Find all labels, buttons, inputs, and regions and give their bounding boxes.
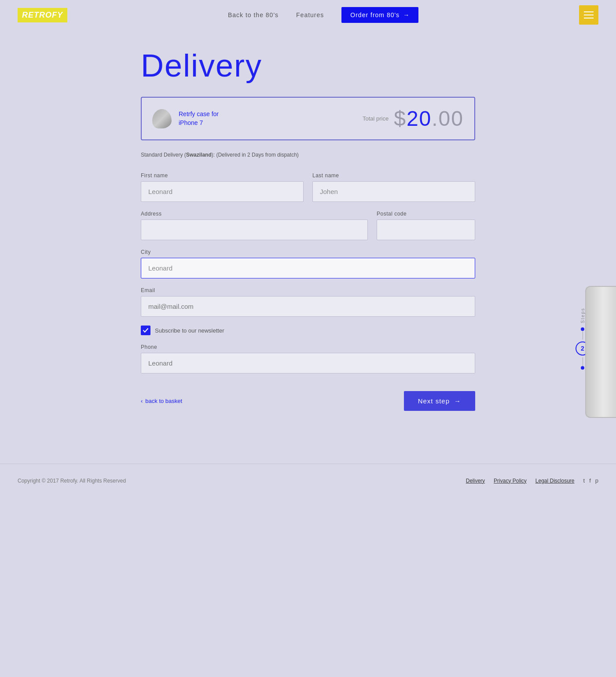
form-group-first-name: First name	[141, 172, 304, 202]
form-row-address: Address Postal code	[141, 211, 475, 240]
footer: Copyright © 2017 Retrofy. All Rights Res…	[0, 464, 616, 497]
address-input[interactable]	[141, 220, 368, 240]
form-row-email: Email	[141, 287, 475, 317]
next-step-button[interactable]: Next step →	[404, 391, 475, 411]
nav-link-order[interactable]: Order from 80's →	[341, 7, 418, 23]
delivery-form: First name Last name Address Postal code…	[141, 172, 475, 411]
order-card: Retrfy case for iPhone 7 Total price $20…	[141, 97, 475, 140]
arrow-right-icon: →	[454, 397, 461, 405]
form-group-city: City	[141, 249, 475, 278]
checkmark-icon	[143, 327, 149, 333]
first-name-label: First name	[141, 172, 304, 179]
step-dot-2	[581, 366, 584, 370]
email-input[interactable]	[141, 296, 475, 317]
address-label: Address	[141, 211, 368, 217]
order-card-right: Total price $20.00	[363, 106, 464, 131]
price-dollars: 20	[407, 107, 432, 130]
newsletter-label: Subscribe to our newsletter	[155, 327, 224, 334]
nav-links: Back to the 80's Features Order from 80'…	[228, 7, 418, 23]
footer-link-legal[interactable]: Legal Disclosure	[535, 478, 575, 484]
step-dot-1	[581, 327, 584, 331]
email-label: Email	[141, 287, 475, 293]
city-input[interactable]	[141, 258, 475, 278]
step-line-2	[583, 357, 583, 366]
form-group-phone: Phone	[141, 344, 475, 373]
last-name-label: Last name	[312, 172, 475, 179]
total-price-label: Total price	[363, 115, 389, 122]
steps-label: Steps	[580, 307, 585, 323]
hamburger-menu-button[interactable]	[579, 5, 598, 25]
form-row-city: City	[141, 249, 475, 278]
page-title: Delivery	[141, 48, 475, 84]
arrow-icon: →	[403, 11, 410, 18]
chevron-left-icon: ‹	[141, 398, 143, 404]
twitter-icon[interactable]: t	[583, 477, 585, 484]
price-decimals: .00	[432, 107, 464, 130]
facebook-icon[interactable]: f	[589, 477, 591, 484]
postal-code-input[interactable]	[377, 220, 475, 240]
phone-mockup-decoration	[585, 286, 616, 418]
form-group-address: Address	[141, 211, 368, 240]
form-group-postal: Postal code	[377, 211, 475, 240]
city-label: City	[141, 249, 475, 255]
footer-copyright: Copyright © 2017 Retrofy. All Rights Res…	[18, 478, 126, 484]
main-content: Delivery Retrfy case for iPhone 7 Total …	[132, 30, 484, 437]
product-name: Retrfy case for iPhone 7	[179, 110, 219, 127]
delivery-info: Standard Delivery (Swaziland): (Delivere…	[141, 151, 475, 159]
phone-label: Phone	[141, 344, 475, 350]
step-line-1	[583, 331, 583, 340]
form-actions: ‹ back to basket Next step →	[141, 391, 475, 411]
order-card-left: Retrfy case for iPhone 7	[152, 109, 219, 128]
newsletter-row: Subscribe to our newsletter	[141, 326, 475, 335]
delivery-location: Swaziland	[186, 152, 212, 158]
form-group-email: Email	[141, 287, 475, 317]
menu-line-2	[584, 15, 594, 15]
footer-link-delivery[interactable]: Delivery	[466, 478, 485, 484]
back-to-basket-link[interactable]: ‹ back to basket	[141, 398, 182, 404]
form-row-phone: Phone	[141, 344, 475, 373]
first-name-input[interactable]	[141, 181, 304, 202]
footer-links: Delivery Privacy Policy Legal Disclosure…	[466, 477, 598, 484]
form-row-name: First name Last name	[141, 172, 475, 202]
logo-text: RETROFY	[18, 8, 67, 22]
postal-code-label: Postal code	[377, 211, 475, 217]
form-group-last-name: Last name	[312, 172, 475, 202]
pinterest-icon[interactable]: p	[595, 477, 598, 484]
newsletter-checkbox[interactable]	[141, 326, 150, 335]
product-icon	[152, 109, 172, 128]
footer-link-privacy[interactable]: Privacy Policy	[494, 478, 527, 484]
menu-line-1	[584, 11, 594, 12]
last-name-input[interactable]	[312, 181, 475, 202]
nav-link-back[interactable]: Back to the 80's	[228, 11, 279, 18]
navigation: RETROFY Back to the 80's Features Order …	[0, 0, 616, 30]
price-symbol: $	[394, 107, 407, 130]
logo[interactable]: RETROFY	[18, 8, 67, 22]
footer-social: t f p	[583, 477, 598, 484]
menu-line-3	[584, 18, 594, 18]
nav-link-features[interactable]: Features	[296, 11, 324, 18]
total-price-value: $20.00	[394, 106, 464, 131]
phone-input[interactable]	[141, 353, 475, 373]
